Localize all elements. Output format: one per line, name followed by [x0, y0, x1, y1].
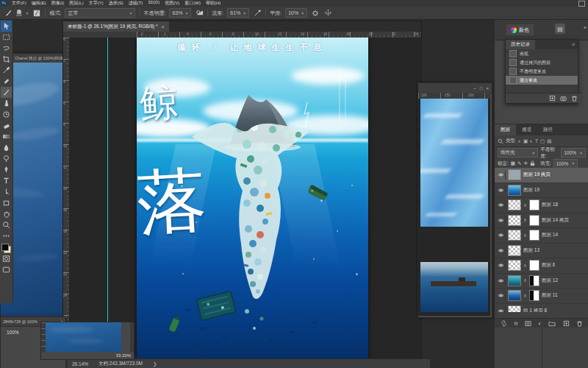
eye-icon[interactable] [496, 231, 506, 240]
type-tool[interactable] [1, 175, 12, 186]
blur-tool[interactable] [1, 142, 12, 153]
layer-row[interactable]: 8 图层 18 [495, 198, 588, 213]
link-layers-icon[interactable] [501, 320, 507, 327]
filter-adjustment-icon[interactable]: ◐ [530, 138, 533, 144]
layer-mask-thumbnail[interactable] [529, 275, 539, 286]
brush-preset-picker[interactable]: 300 [16, 10, 22, 17]
layer-blend-mode-select[interactable]: 线性光▼ [498, 148, 538, 158]
layer-effects-icon[interactable]: fx [514, 321, 517, 326]
new-group-icon[interactable] [548, 320, 556, 327]
layer-name[interactable]: 图层 14 [542, 232, 558, 238]
guide-line[interactable] [107, 38, 108, 359]
layer-name[interactable]: 图层 14 拷贝 [542, 217, 569, 224]
new-layer-icon[interactable] [563, 320, 570, 327]
tab-history[interactable]: 历史记录 [506, 40, 535, 49]
healing-brush-tool[interactable] [1, 76, 12, 87]
foreground-color-swatch[interactable] [1, 244, 9, 251]
menu-item[interactable]: 文字(Y) [89, 0, 104, 7]
tab-paths[interactable]: 路径 [537, 124, 559, 135]
shape-tool[interactable] [1, 197, 12, 208]
airbrush-icon[interactable] [253, 9, 262, 18]
flow-select[interactable]: 61%▼ [227, 8, 249, 18]
layer-row[interactable]: 图层 19 拷贝 [495, 168, 588, 183]
zoom-tool[interactable] [1, 219, 12, 230]
blend-mode-select[interactable]: 正常▼ [65, 8, 135, 18]
layer-thumbnail[interactable] [508, 245, 521, 256]
layer-name[interactable]: 图层 6 [542, 262, 555, 269]
status-zoom[interactable]: 26.14% [72, 361, 88, 367]
floating-document-right[interactable]: − □ × 100150200 [417, 82, 492, 318]
document-tab[interactable]: 未标题-1 @ 26.1%(图层 19 拷贝, RGB/8) * × [63, 21, 169, 32]
brush-tool[interactable] [1, 87, 12, 98]
layer-row[interactable]: 8 图层 14 拷贝 [495, 213, 588, 229]
panel-menu-icon[interactable]: ≡ [572, 42, 575, 47]
poster-canvas[interactable]: 循环 / 让地球生生不息 鲸 落 [137, 38, 368, 359]
layer-thumbnail[interactable] [508, 199, 521, 210]
menu-item[interactable]: 图层(L) [69, 0, 83, 7]
clone-stamp-tool[interactable] [1, 98, 12, 109]
workspace-icon[interactable] [578, 1, 585, 7]
history-entry[interactable]: 不透明度更改 [506, 67, 578, 76]
layer-name[interactable]: 组 1 拷贝 8 [523, 308, 547, 312]
eye-icon[interactable] [496, 291, 506, 300]
layer-name[interactable]: 图层 19 [523, 187, 539, 194]
history-entry[interactable]: 通过拷贝的图层 [506, 58, 578, 67]
brush-tool-icon[interactable] [4, 9, 12, 18]
lock-all-icon[interactable] [530, 160, 535, 166]
hand-tool[interactable] [1, 208, 12, 219]
brush-panel-toggle-icon[interactable] [32, 9, 41, 18]
layer-name[interactable]: 图层 18 [542, 202, 558, 208]
layer-row[interactable]: 8 图层 14 [495, 228, 588, 244]
menu-item[interactable]: 3D(D) [148, 0, 159, 7]
filter-image-icon[interactable]: ▣ [523, 138, 528, 144]
menu-item[interactable]: 滤镜(T) [129, 0, 143, 7]
menu-item[interactable]: 编辑(E) [32, 0, 46, 7]
menu-item[interactable]: 帮助(H) [206, 0, 220, 7]
eye-icon[interactable] [496, 246, 506, 255]
menu-item[interactable]: 文件(F) [12, 0, 26, 7]
screen-mode-toggle[interactable] [1, 264, 12, 275]
filter-type-text-icon[interactable]: T [535, 138, 538, 144]
collapse-panels-icon[interactable]: » [584, 25, 587, 30]
new-snapshot-icon[interactable] [560, 95, 567, 102]
adjustment-layer-icon[interactable]: ◐ [539, 321, 542, 326]
lock-transparent-icon[interactable]: ▦ [511, 160, 515, 166]
new-document-from-state-icon[interactable] [549, 95, 556, 102]
lock-brush-icon[interactable]: ✎ [517, 160, 521, 166]
scrollbar[interactable] [130, 322, 134, 352]
symmetry-icon[interactable] [323, 9, 332, 18]
add-mask-icon[interactable] [525, 320, 531, 327]
eraser-tool[interactable] [1, 120, 12, 131]
pen-tool[interactable] [1, 164, 12, 175]
layer-thumbnail[interactable] [508, 305, 521, 312]
delete-state-icon[interactable] [571, 95, 578, 102]
layer-name[interactable]: 图层 13 [523, 247, 539, 254]
edit-toolbar-ellipsis[interactable] [1, 230, 12, 241]
tab-layers[interactable]: 图层 [495, 124, 516, 135]
delete-layer-icon[interactable] [576, 320, 583, 327]
floating-document-small-preview[interactable]: 33.33% [40, 322, 135, 360]
marquee-tool[interactable] [1, 32, 12, 43]
layer-thumbnail[interactable] [508, 275, 521, 286]
move-tool[interactable] [1, 21, 12, 32]
crop-tool[interactable] [1, 54, 12, 65]
layer-thumbnail[interactable] [508, 290, 521, 301]
menu-item[interactable]: 视图(V) [165, 0, 179, 7]
layer-row[interactable]: 8 图层 12 [495, 274, 588, 289]
maximize-icon[interactable]: □ [480, 86, 483, 91]
layer-opacity-select[interactable]: 100%▼ [561, 148, 586, 158]
close-tab-icon[interactable]: × [162, 24, 165, 29]
layer-mask-thumbnail[interactable] [529, 290, 539, 301]
layer-thumbnail[interactable] [508, 230, 521, 241]
foreground-background-swatches[interactable] [1, 244, 11, 253]
menu-item[interactable]: 图像(I) [51, 0, 65, 7]
eye-icon[interactable] [496, 276, 506, 285]
pressure-opacity-icon[interactable] [195, 9, 204, 18]
layer-thumbnail[interactable] [508, 185, 521, 196]
libraries-panel-icon[interactable]: ▤ [555, 24, 565, 34]
layer-name[interactable]: 图层 19 拷贝 [523, 171, 551, 178]
layer-mask-thumbnail[interactable] [529, 199, 539, 210]
layer-fill-select[interactable]: 100%▼ [553, 159, 578, 169]
layer-thumbnail[interactable] [508, 169, 521, 180]
canvas-area[interactable]: 循环 / 让地球生生不息 鲸 落 [69, 38, 421, 359]
